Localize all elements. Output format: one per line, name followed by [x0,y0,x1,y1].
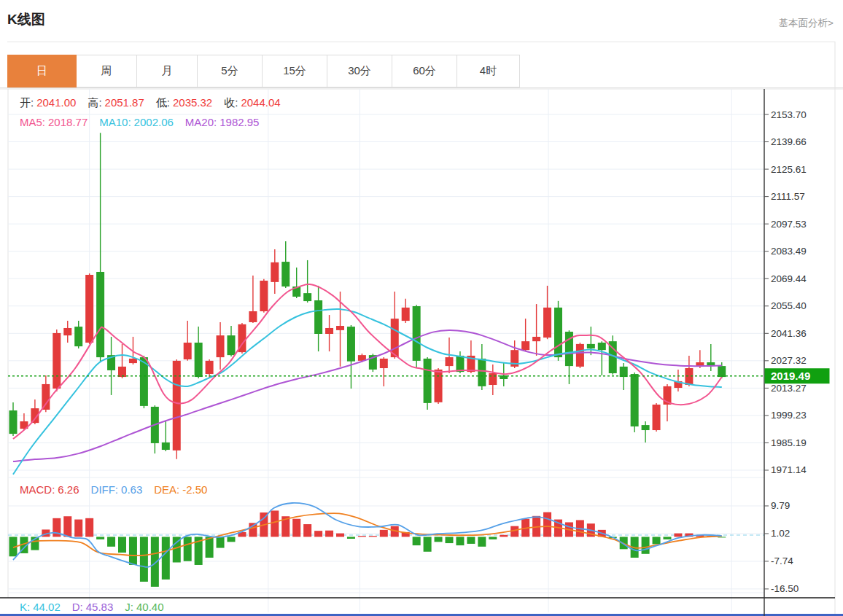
close-label: 收: [224,96,238,109]
svg-text:2083.49: 2083.49 [771,246,807,257]
svg-text:2153.70: 2153.70 [771,109,807,120]
dea-label: DEA: [154,483,179,496]
ohlc-legend: 开:2041.00高:2051.87低:2035.32收:2044.04 [20,96,292,110]
svg-text:2013.27: 2013.27 [771,383,807,394]
svg-text:2027.32: 2027.32 [771,355,807,366]
j-label: J: [125,601,133,613]
close-legend-item: 收:2044.04 [224,96,280,109]
kline-chart[interactable]: 2153.702139.662125.612111.572097.532083.… [0,0,843,616]
svg-text:1985.19: 1985.19 [771,437,807,448]
high-label: 高: [88,96,101,109]
ma5-value: 2018.77 [48,116,88,128]
open-value: 2041.00 [36,96,76,109]
svg-text:2125.61: 2125.61 [771,164,807,175]
svg-text:2041.36: 2041.36 [771,328,807,339]
svg-text:2055.40: 2055.40 [771,300,807,311]
ma20-legend-item: MA20:1982.95 [185,116,260,128]
j-legend-item: J:40.40 [125,601,163,613]
ma10-label: MA10: [99,116,131,128]
open-legend-item: 开:2041.00 [20,96,76,109]
svg-text:2139.66: 2139.66 [771,136,807,147]
diff-legend-item: DIFF:0.63 [91,483,143,496]
macd-label: MACD: [20,483,55,496]
ma10-legend-item: MA10:2002.06 [99,116,174,128]
low-label: 低: [156,96,170,109]
open-label: 开: [20,96,34,109]
high-value: 2051.87 [105,96,144,109]
svg-text:-16.50: -16.50 [771,583,799,594]
macd-value: 6.26 [58,483,79,496]
k-label: K: [20,601,30,613]
ma-legend: MA5:2018.77MA10:2002.06MA20:1982.95 [20,116,271,128]
svg-text:2019.49: 2019.49 [771,370,810,382]
diff-label: DIFF: [91,483,119,496]
svg-text:2069.44: 2069.44 [771,273,807,284]
high-legend-item: 高:2051.87 [88,96,144,109]
macd-legend: MACD:6.26DIFF:0.63DEA:-2.50 [20,483,219,496]
svg-text:2097.53: 2097.53 [771,219,807,230]
macd-legend-item: MACD:6.26 [20,483,79,496]
j-value: 40.40 [136,601,164,613]
k-value: 44.02 [33,601,61,613]
low-value: 2035.32 [173,96,212,109]
dea-value: -2.50 [182,483,207,496]
ma10-value: 2002.06 [134,116,174,128]
svg-text:2111.57: 2111.57 [771,191,805,202]
ma20-label: MA20: [185,116,217,128]
svg-text:1999.23: 1999.23 [771,410,807,421]
d-value: 45.83 [86,601,114,613]
close-value: 2044.04 [241,96,280,109]
diff-value: 0.63 [121,483,142,496]
current-price-badge: 2019.49 [765,368,830,383]
svg-text:-7.74: -7.74 [771,555,793,566]
svg-text:1.02: 1.02 [771,528,790,539]
svg-text:9.79: 9.79 [771,500,790,511]
svg-text:1971.14: 1971.14 [771,464,807,475]
dea-legend-item: DEA:-2.50 [154,483,207,496]
kdj-legend: K:44.02D:45.83J:40.40 [20,601,176,613]
low-legend-item: 低:2035.32 [156,96,212,109]
ma20-value: 1982.95 [220,116,259,128]
d-legend-item: D:45.83 [72,601,114,613]
ma5-label: MA5: [20,116,45,128]
d-label: D: [72,601,83,613]
ma5-legend-item: MA5:2018.77 [20,116,88,128]
k-legend-item: K:44.02 [20,601,61,613]
